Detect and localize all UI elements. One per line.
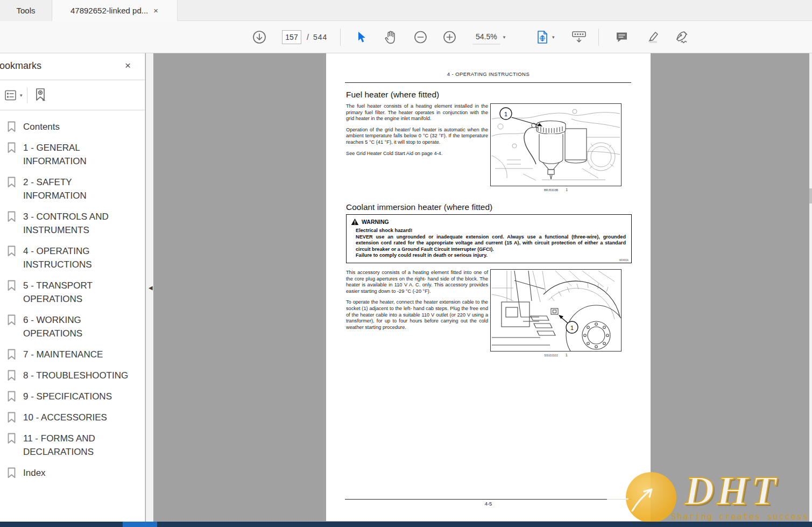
chevron-down-icon: ▾ <box>503 34 506 40</box>
tab-close-icon[interactable]: × <box>153 6 158 15</box>
bookmark-item-accessories[interactable]: 10 - ACCESSORIES <box>6 411 145 424</box>
bookmark-item-maintenance[interactable]: 7 - MAINTENANCE <box>6 348 145 361</box>
warning-line: NEVER use an ungrounded or inadequate ex… <box>356 234 626 253</box>
tab-document[interactable]: 47892652-linked pd... × <box>52 0 178 21</box>
warning-body: Electrical shock hazard! NEVER use an un… <box>347 226 631 259</box>
plus-circle-icon <box>442 30 457 44</box>
bookmark-item-working-operations[interactable]: 6 - WORKING OPERATIONS <box>6 313 145 340</box>
download-icon <box>252 30 267 45</box>
bookmarks-panel-header: Bookmarks × <box>0 53 145 80</box>
save-download-button[interactable] <box>252 30 267 45</box>
bookmarks-toolbar: ▾ <box>0 80 145 110</box>
signature-pen-icon <box>674 30 690 45</box>
paragraph: See Grid Heater Cold Start Aid on page 4… <box>346 151 488 157</box>
section-title-coolant-heater: Coolant immersion heater (where fitted) <box>346 202 492 212</box>
fit-page-button[interactable]: ▾ <box>535 30 555 45</box>
paragraph: To operate the heater, connect the heate… <box>346 299 488 331</box>
dock-toolbar-icon <box>571 30 587 45</box>
pdf-page: 4 - OPERATING INSTRUCTIONS Fuel heater (… <box>326 53 651 521</box>
section-title-fuel-heater: Fuel heater (where fitted) <box>346 90 439 100</box>
header-rule <box>345 82 631 83</box>
bookmark-item-index[interactable]: Index <box>6 466 145 480</box>
hand-icon <box>384 30 398 45</box>
comment-icon <box>615 30 629 44</box>
vertical-scrollbar[interactable] <box>809 53 812 522</box>
warning-line: Electrical shock hazard! <box>356 228 626 234</box>
bookmark-item-safety-information[interactable]: 2 - SAFETY INFORMATION <box>6 175 145 202</box>
paragraph: This accessory consists of a heating ele… <box>346 270 488 294</box>
coolant-heater-text-column: This accessory consists of a heating ele… <box>346 270 488 331</box>
bookmark-item-general-information[interactable]: 1 - GENERAL INFORMATION <box>6 141 145 168</box>
warning-triangle-icon <box>351 218 359 226</box>
tab-tools-label: Tools <box>16 6 35 15</box>
main-toolbar: / 544 54.5% ▾ <box>0 21 812 53</box>
bookmark-item-forms-and-declarations[interactable]: 11 - FORMS AND DECLARATIONS <box>6 432 145 459</box>
figure-fuel-filter: 1 <box>490 103 622 186</box>
warning-code: W0400A <box>619 259 629 262</box>
highlighter-icon <box>645 30 660 45</box>
figure1-caption: BRJ5303B 1 <box>490 188 622 192</box>
watermark-logo-circle <box>626 472 676 523</box>
panel-collapse-icon[interactable]: ◀ <box>149 285 153 291</box>
toolbar-divider <box>598 29 599 46</box>
bookmark-item-controls-and-instruments[interactable]: 3 - CONTROLS AND INSTRUMENTS <box>6 210 145 237</box>
toolbar-divider <box>340 29 341 46</box>
toolbar-collapse-button[interactable] <box>571 30 587 45</box>
bottom-taskbar <box>0 522 812 527</box>
comment-tool-button[interactable] <box>615 30 629 44</box>
tab-document-label: 47892652-linked pd... <box>70 6 148 15</box>
hand-tool-button[interactable] <box>384 30 398 45</box>
figure-tractor-socket: 1 <box>490 269 622 352</box>
close-icon[interactable]: × <box>125 60 131 72</box>
bookmark-options-button[interactable]: ▾ <box>4 89 23 101</box>
select-tool-button[interactable] <box>355 30 367 44</box>
page-number-label: 4-5 <box>326 501 651 507</box>
paragraph: Operation of the grid heater/ fuel heate… <box>346 127 488 146</box>
footer-rule <box>345 499 631 500</box>
taskbar-accent-segment <box>123 522 157 527</box>
figure2-number: 1 <box>566 353 568 357</box>
bookmark-item-transport-operations[interactable]: 5 - TRANSPORT OPERATIONS <box>6 279 145 306</box>
cursor-arrow-icon <box>355 30 367 44</box>
figure2-code: SS10J102 <box>544 354 557 357</box>
bookmarks-toolbar-divider <box>27 87 27 103</box>
bookmarks-panel: Bookmarks × ▾ Contents <box>0 53 145 522</box>
page-header: 4 - OPERATING INSTRUCTIONS <box>326 71 651 77</box>
bookmark-item-troubleshooting[interactable]: 8 - TROUBLESHOOTING <box>6 369 145 382</box>
bookmark-item-operating-instructions[interactable]: 4 - OPERATING INSTRUCTIONS <box>6 244 145 271</box>
tab-tools[interactable]: Tools <box>0 0 52 21</box>
figure2-callout: 1 <box>570 325 574 331</box>
zoom-level-value: 54.5% <box>472 30 500 44</box>
minus-circle-icon <box>413 30 428 44</box>
warning-title: WARNING <box>362 219 389 225</box>
watermark-tagline: Sharing creates success <box>671 511 809 522</box>
zoom-in-button[interactable] <box>442 30 457 44</box>
goto-current-bookmark-button[interactable] <box>33 87 48 103</box>
watermark-title: DHT <box>684 467 812 514</box>
bookmarks-list: Contents 1 - GENERAL INFORMATION 2 - SAF… <box>0 110 145 487</box>
bookmark-item-contents[interactable]: Contents <box>6 120 145 133</box>
chevron-down-icon: ▾ <box>552 34 555 40</box>
fit-page-icon <box>535 30 549 45</box>
zoom-out-button[interactable] <box>413 30 428 44</box>
fill-sign-tool-button[interactable] <box>674 30 690 45</box>
paragraph: The fuel heater consists of a heating el… <box>346 103 488 122</box>
fuel-heater-text-column: The fuel heater consists of a heating el… <box>346 103 488 157</box>
warning-box: WARNING Electrical shock hazard! NEVER u… <box>346 214 632 263</box>
scrollbar-thumb[interactable] <box>809 188 812 203</box>
page-divider: / <box>307 33 309 41</box>
warning-line: Failure to comply could result in death … <box>356 252 626 259</box>
zoom-level-dropdown[interactable]: 54.5% ▾ <box>472 30 505 44</box>
bookmark-item-specifications[interactable]: 9 - SPECIFICATIONS <box>6 390 145 403</box>
highlight-tool-button[interactable] <box>645 30 660 45</box>
figure2-caption: SS10J102 1 <box>490 353 622 357</box>
page-total: 544 <box>313 33 327 41</box>
bookmarks-panel-title: Bookmarks <box>0 60 41 72</box>
page-number-input[interactable] <box>282 30 301 44</box>
figure1-code: BRJ5303B <box>544 188 558 192</box>
figure1-number: 1 <box>566 188 568 192</box>
figure1-callout: 1 <box>504 111 507 117</box>
warning-header: WARNING <box>347 215 631 226</box>
chevron-down-icon: ▾ <box>20 93 23 98</box>
tab-bar: Tools 47892652-linked pd... × <box>0 0 812 21</box>
